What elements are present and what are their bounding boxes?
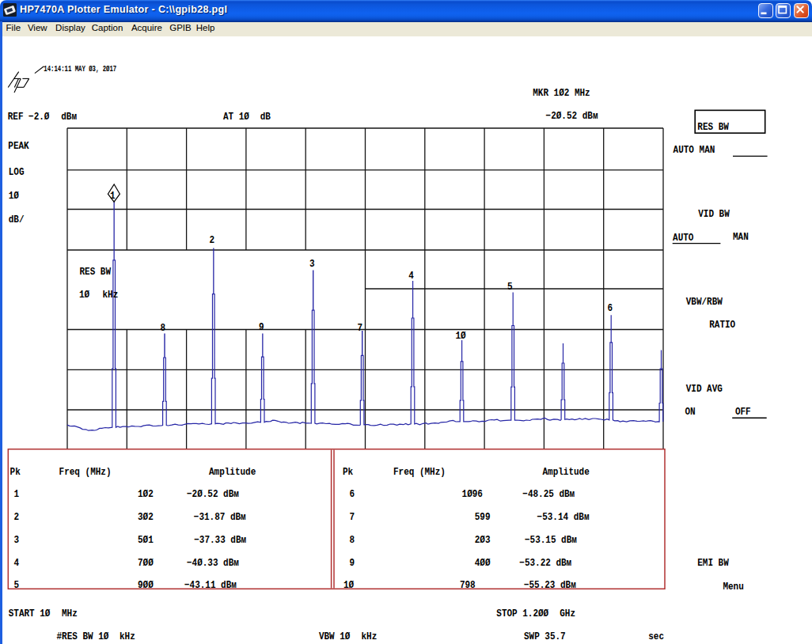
svg-text:Freq (MHz): Freq (MHz) [59, 466, 112, 478]
svg-text:1: 1 [110, 190, 116, 202]
svg-text:4: 4 [14, 557, 20, 569]
svg-text:ON: ON [685, 406, 696, 418]
svg-text:−4Ø.33 dBм: −4Ø.33 dBм [187, 557, 239, 569]
svg-text:RATIO: RATIO [709, 319, 735, 331]
svg-text:VID BW: VID BW [698, 208, 730, 220]
svg-text:REF −2.Ø: REF −2.Ø [8, 111, 50, 123]
svg-text:3Ø2: 3Ø2 [138, 511, 154, 523]
svg-text:5Ø1: 5Ø1 [138, 534, 154, 546]
svg-text:3: 3 [309, 258, 315, 270]
svg-text:MAN: MAN [733, 231, 749, 243]
svg-text:sec: sec [648, 631, 664, 642]
svg-text:9ØØ: 9ØØ [138, 579, 154, 591]
svg-text:−53.14 dBм: −53.14 dBм [537, 511, 590, 523]
svg-text:6: 6 [608, 302, 613, 314]
svg-text:2: 2 [210, 234, 215, 246]
svg-text:9: 9 [259, 321, 264, 333]
svg-text:1Ø: 1Ø [9, 190, 19, 202]
svg-text:1Ø: 1Ø [343, 579, 354, 591]
svg-text:Pk: Pk [343, 466, 353, 478]
svg-text:1Ø2: 1Ø2 [138, 488, 154, 500]
svg-text:5: 5 [507, 281, 513, 293]
svg-text:9: 9 [349, 557, 355, 569]
svg-text:1Ø: 1Ø [79, 289, 89, 301]
svg-text:Pk: Pk [10, 466, 21, 478]
svg-text:Freq (MHz): Freq (MHz) [393, 466, 446, 478]
svg-text:AUTO MAN: AUTO MAN [674, 144, 715, 156]
svg-text:EMI BW: EMI BW [697, 557, 729, 569]
svg-text:6: 6 [349, 488, 355, 500]
svg-text:STOP 1.2ØØ: STOP 1.2ØØ [496, 608, 548, 619]
svg-text:−2Ø.52 dBм: −2Ø.52 dBм [546, 110, 598, 122]
svg-text:VBW 1Ø: VBW 1Ø [319, 631, 351, 642]
svg-text:SWP 35.7: SWP 35.7 [524, 631, 566, 642]
svg-text:START 1Ø: START 1Ø [9, 608, 51, 619]
svg-text:−53.15 dBм: −53.15 dBм [525, 534, 577, 546]
svg-text:1Ø96: 1Ø96 [462, 488, 483, 500]
svg-text:GHz: GHz [560, 608, 575, 619]
svg-text:VBW/RBW: VBW/RBW [686, 296, 723, 308]
svg-text:7ØØ: 7ØØ [138, 557, 154, 569]
svg-text:14:14:11 MAY Ø3, 2Ø17: 14:14:11 MAY Ø3, 2Ø17 [44, 64, 116, 74]
svg-text:−37.33 dBм: −37.33 dBм [194, 534, 246, 546]
svg-text:8: 8 [349, 534, 355, 546]
svg-text:dB/: dB/ [9, 214, 25, 225]
svg-text:4: 4 [408, 270, 414, 282]
svg-text:PEAK: PEAK [8, 141, 29, 153]
svg-text:MHz: MHz [62, 608, 78, 619]
svg-text:1: 1 [14, 488, 20, 500]
svg-text:Amplitude: Amplitude [209, 466, 256, 478]
svg-text:5: 5 [14, 579, 20, 591]
svg-text:−48.25 dBм: −48.25 dBм [522, 488, 575, 500]
svg-text:kHz: kHz [362, 631, 378, 642]
svg-text:8: 8 [161, 322, 166, 334]
svg-text:Menu: Menu [723, 581, 743, 593]
svg-text:2Ø3: 2Ø3 [475, 534, 491, 546]
svg-text:AT 1Ø: AT 1Ø [223, 111, 249, 123]
svg-text:−2Ø.52 dBм: −2Ø.52 dBм [187, 488, 239, 500]
svg-text:LOG: LOG [9, 166, 25, 178]
svg-text:Amplitude: Amplitude [543, 466, 590, 478]
svg-text:#RES BW 1Ø: #RES BW 1Ø [57, 631, 109, 642]
svg-text:dB: dB [260, 111, 271, 123]
svg-text:7: 7 [358, 322, 363, 334]
svg-text:599: 599 [475, 511, 491, 523]
svg-text:4ØØ: 4ØØ [475, 557, 491, 569]
svg-text:kHz: kHz [120, 631, 135, 642]
svg-text:2: 2 [14, 511, 20, 523]
svg-text:3: 3 [14, 534, 20, 546]
svg-text:OFF: OFF [735, 406, 751, 418]
svg-text:dBм: dBм [61, 111, 77, 123]
svg-text:−43.11 dBм: −43.11 dBм [184, 579, 237, 591]
svg-text:RES BW: RES BW [80, 266, 112, 278]
svg-text:−31.87 dBм: −31.87 dBм [194, 511, 246, 523]
svg-text:kHz: kHz [103, 289, 119, 301]
svg-text:−55.23 dBм: −55.23 dBм [524, 579, 576, 591]
svg-text:RES BW: RES BW [697, 121, 729, 133]
svg-text:1Ø: 1Ø [456, 330, 466, 342]
svg-text:VID AVG: VID AVG [686, 383, 723, 395]
svg-text:7: 7 [349, 511, 355, 523]
svg-text:−53.22 dBм: −53.22 dBм [519, 557, 571, 569]
svg-text:798: 798 [460, 579, 476, 591]
svg-text:AUTO: AUTO [673, 232, 693, 244]
svg-text:MKR 1Ø2 MHz: MKR 1Ø2 MHz [533, 87, 590, 99]
